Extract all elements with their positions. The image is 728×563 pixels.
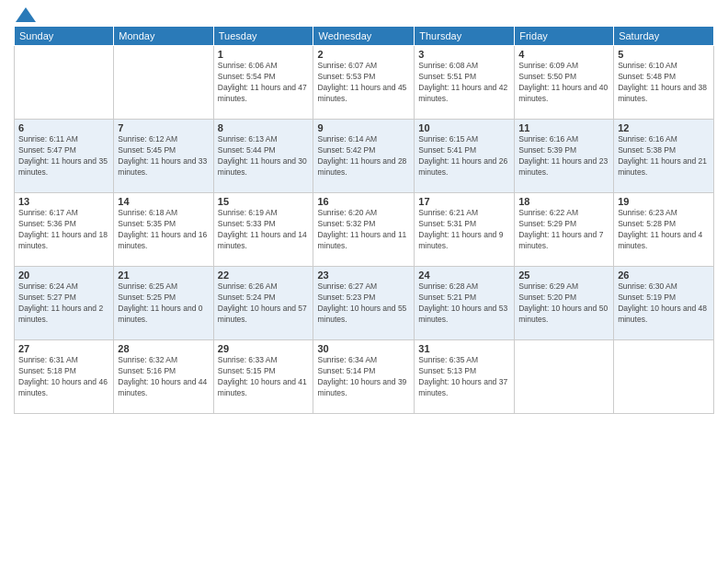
day-info: Sunrise: 6:15 AM Sunset: 5:41 PM Dayligh… — [418, 134, 510, 178]
day-info: Sunrise: 6:24 AM Sunset: 5:27 PM Dayligh… — [18, 282, 109, 326]
day-info: Sunrise: 6:25 AM Sunset: 5:25 PM Dayligh… — [118, 282, 209, 326]
day-cell: 6Sunrise: 6:11 AM Sunset: 5:47 PM Daylig… — [15, 120, 114, 193]
day-number: 7 — [118, 122, 209, 133]
day-number: 10 — [418, 122, 510, 133]
page: SundayMondayTuesdayWednesdayThursdayFrid… — [0, 0, 728, 563]
day-number: 20 — [18, 270, 109, 281]
day-info: Sunrise: 6:32 AM Sunset: 5:16 PM Dayligh… — [118, 355, 209, 399]
day-info: Sunrise: 6:22 AM Sunset: 5:29 PM Dayligh… — [518, 208, 609, 252]
day-number: 24 — [418, 270, 510, 281]
day-info: Sunrise: 6:28 AM Sunset: 5:21 PM Dayligh… — [418, 282, 510, 326]
calendar: SundayMondayTuesdayWednesdayThursdayFrid… — [14, 26, 714, 414]
logo-icon — [16, 7, 36, 22]
day-cell: 1Sunrise: 6:06 AM Sunset: 5:54 PM Daylig… — [213, 46, 313, 120]
day-cell: 7Sunrise: 6:12 AM Sunset: 5:45 PM Daylig… — [114, 120, 213, 193]
day-cell: 5Sunrise: 6:10 AM Sunset: 5:48 PM Daylig… — [614, 46, 714, 120]
day-number: 2 — [317, 49, 410, 60]
day-cell: 19Sunrise: 6:23 AM Sunset: 5:28 PM Dayli… — [614, 193, 714, 267]
day-info: Sunrise: 6:09 AM Sunset: 5:50 PM Dayligh… — [518, 61, 609, 105]
day-cell: 3Sunrise: 6:08 AM Sunset: 5:51 PM Daylig… — [415, 46, 515, 120]
svg-marker-0 — [16, 7, 36, 22]
day-info: Sunrise: 6:23 AM Sunset: 5:28 PM Dayligh… — [618, 208, 710, 252]
day-number: 12 — [618, 122, 710, 133]
day-cell: 2Sunrise: 6:07 AM Sunset: 5:53 PM Daylig… — [313, 46, 415, 120]
day-info: Sunrise: 6:10 AM Sunset: 5:48 PM Dayligh… — [618, 61, 710, 105]
week-row-4: 20Sunrise: 6:24 AM Sunset: 5:27 PM Dayli… — [15, 267, 714, 340]
day-number: 4 — [518, 49, 609, 60]
day-cell: 17Sunrise: 6:21 AM Sunset: 5:31 PM Dayli… — [415, 193, 515, 267]
day-number: 3 — [418, 49, 510, 60]
day-number: 25 — [518, 270, 609, 281]
day-info: Sunrise: 6:19 AM Sunset: 5:33 PM Dayligh… — [218, 208, 310, 252]
day-cell: 25Sunrise: 6:29 AM Sunset: 5:20 PM Dayli… — [515, 267, 614, 340]
header — [14, 9, 714, 18]
day-number: 31 — [418, 343, 510, 354]
day-info: Sunrise: 6:33 AM Sunset: 5:15 PM Dayligh… — [218, 355, 310, 399]
day-cell: 26Sunrise: 6:30 AM Sunset: 5:19 PM Dayli… — [614, 267, 714, 340]
day-info: Sunrise: 6:06 AM Sunset: 5:54 PM Dayligh… — [218, 61, 310, 105]
day-number: 6 — [18, 122, 109, 133]
day-cell: 16Sunrise: 6:20 AM Sunset: 5:32 PM Dayli… — [313, 193, 415, 267]
day-number: 11 — [518, 122, 609, 133]
day-info: Sunrise: 6:35 AM Sunset: 5:13 PM Dayligh… — [418, 355, 510, 399]
day-info: Sunrise: 6:11 AM Sunset: 5:47 PM Dayligh… — [18, 134, 109, 178]
day-number: 8 — [218, 122, 310, 133]
day-cell — [15, 46, 114, 120]
day-info: Sunrise: 6:12 AM Sunset: 5:45 PM Dayligh… — [118, 134, 209, 178]
day-cell: 12Sunrise: 6:16 AM Sunset: 5:38 PM Dayli… — [614, 120, 714, 193]
day-info: Sunrise: 6:18 AM Sunset: 5:35 PM Dayligh… — [118, 208, 209, 252]
day-cell: 28Sunrise: 6:32 AM Sunset: 5:16 PM Dayli… — [114, 340, 213, 414]
day-cell: 21Sunrise: 6:25 AM Sunset: 5:25 PM Dayli… — [114, 267, 213, 340]
day-number: 16 — [317, 196, 410, 207]
day-info: Sunrise: 6:08 AM Sunset: 5:51 PM Dayligh… — [418, 61, 510, 105]
col-header-thursday: Thursday — [415, 27, 515, 46]
day-cell: 30Sunrise: 6:34 AM Sunset: 5:14 PM Dayli… — [313, 340, 415, 414]
day-number: 9 — [317, 122, 410, 133]
week-row-2: 6Sunrise: 6:11 AM Sunset: 5:47 PM Daylig… — [15, 120, 714, 193]
day-number: 26 — [618, 270, 710, 281]
day-info: Sunrise: 6:29 AM Sunset: 5:20 PM Dayligh… — [518, 282, 609, 326]
day-number: 13 — [18, 196, 109, 207]
day-number: 14 — [118, 196, 209, 207]
day-cell: 9Sunrise: 6:14 AM Sunset: 5:42 PM Daylig… — [313, 120, 415, 193]
day-number: 15 — [218, 196, 310, 207]
day-cell: 27Sunrise: 6:31 AM Sunset: 5:18 PM Dayli… — [15, 340, 114, 414]
week-row-5: 27Sunrise: 6:31 AM Sunset: 5:18 PM Dayli… — [15, 340, 714, 414]
day-cell: 23Sunrise: 6:27 AM Sunset: 5:23 PM Dayli… — [313, 267, 415, 340]
week-row-3: 13Sunrise: 6:17 AM Sunset: 5:36 PM Dayli… — [15, 193, 714, 267]
day-info: Sunrise: 6:27 AM Sunset: 5:23 PM Dayligh… — [317, 282, 410, 326]
day-number: 22 — [218, 270, 310, 281]
day-cell: 13Sunrise: 6:17 AM Sunset: 5:36 PM Dayli… — [15, 193, 114, 267]
day-number: 30 — [317, 343, 410, 354]
day-info: Sunrise: 6:14 AM Sunset: 5:42 PM Dayligh… — [317, 134, 410, 178]
day-cell: 18Sunrise: 6:22 AM Sunset: 5:29 PM Dayli… — [515, 193, 614, 267]
day-cell: 14Sunrise: 6:18 AM Sunset: 5:35 PM Dayli… — [114, 193, 213, 267]
day-info: Sunrise: 6:30 AM Sunset: 5:19 PM Dayligh… — [618, 282, 710, 326]
day-info: Sunrise: 6:21 AM Sunset: 5:31 PM Dayligh… — [418, 208, 510, 252]
day-info: Sunrise: 6:13 AM Sunset: 5:44 PM Dayligh… — [218, 134, 310, 178]
col-header-sunday: Sunday — [15, 27, 114, 46]
header-row: SundayMondayTuesdayWednesdayThursdayFrid… — [15, 27, 714, 46]
col-header-friday: Friday — [515, 27, 614, 46]
day-number: 5 — [618, 49, 710, 60]
day-number: 18 — [518, 196, 609, 207]
day-number: 19 — [618, 196, 710, 207]
day-cell — [515, 340, 614, 414]
day-cell: 10Sunrise: 6:15 AM Sunset: 5:41 PM Dayli… — [415, 120, 515, 193]
day-info: Sunrise: 6:20 AM Sunset: 5:32 PM Dayligh… — [317, 208, 410, 252]
day-info: Sunrise: 6:16 AM Sunset: 5:38 PM Dayligh… — [618, 134, 710, 178]
day-info: Sunrise: 6:16 AM Sunset: 5:39 PM Dayligh… — [518, 134, 609, 178]
day-number: 23 — [317, 270, 410, 281]
day-cell: 11Sunrise: 6:16 AM Sunset: 5:39 PM Dayli… — [515, 120, 614, 193]
day-cell: 31Sunrise: 6:35 AM Sunset: 5:13 PM Dayli… — [415, 340, 515, 414]
day-cell: 8Sunrise: 6:13 AM Sunset: 5:44 PM Daylig… — [213, 120, 313, 193]
day-number: 21 — [118, 270, 209, 281]
col-header-tuesday: Tuesday — [213, 27, 313, 46]
day-cell: 24Sunrise: 6:28 AM Sunset: 5:21 PM Dayli… — [415, 267, 515, 340]
day-cell: 4Sunrise: 6:09 AM Sunset: 5:50 PM Daylig… — [515, 46, 614, 120]
day-cell — [114, 46, 213, 120]
col-header-monday: Monday — [114, 27, 213, 46]
day-info: Sunrise: 6:34 AM Sunset: 5:14 PM Dayligh… — [317, 355, 410, 399]
day-info: Sunrise: 6:17 AM Sunset: 5:36 PM Dayligh… — [18, 208, 109, 252]
day-cell — [614, 340, 714, 414]
